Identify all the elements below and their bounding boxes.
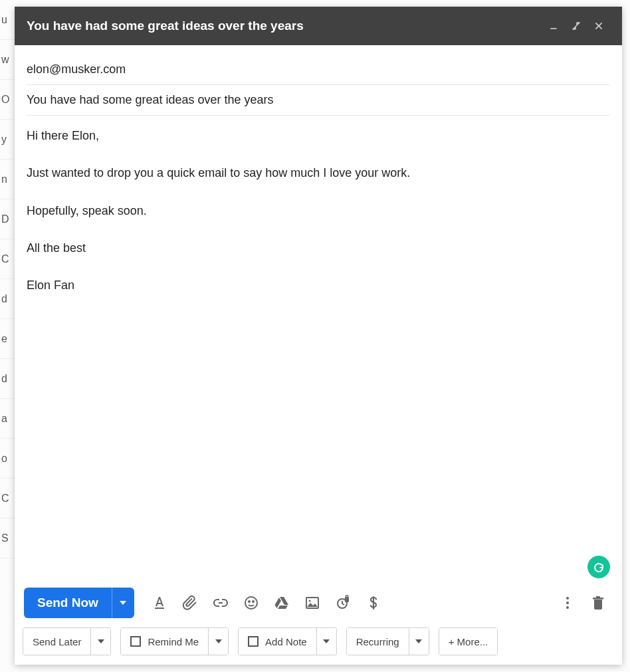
formatting-icons bbox=[145, 588, 549, 617]
svg-rect-11 bbox=[345, 597, 349, 602]
body-line: Hopefully, speak soon. bbox=[27, 203, 610, 219]
send-later-button[interactable]: Send Later bbox=[23, 628, 90, 655]
checkbox-icon bbox=[248, 636, 259, 647]
svg-point-9 bbox=[308, 600, 310, 602]
compose-window: You have had some great ideas over the y… bbox=[15, 7, 622, 665]
attach-icon[interactable] bbox=[175, 588, 205, 617]
svg-line-1 bbox=[573, 23, 580, 30]
titlebar: You have had some great ideas over the y… bbox=[15, 7, 622, 45]
chevron-down-icon bbox=[98, 639, 104, 643]
remind-me-dropdown[interactable] bbox=[208, 628, 228, 655]
trash-icon[interactable] bbox=[583, 588, 613, 617]
body-line: Hi there Elon, bbox=[27, 128, 610, 144]
svg-rect-16 bbox=[596, 596, 600, 598]
more-options-icon[interactable] bbox=[553, 588, 582, 617]
link-icon[interactable] bbox=[206, 588, 235, 617]
send-group: Send Now bbox=[24, 588, 134, 618]
send-later-group: Send Later bbox=[23, 627, 111, 655]
extension-toolbar: Send Later Remind Me Add Note Recurring … bbox=[15, 623, 622, 665]
to-field[interactable]: elon@musker.com bbox=[27, 55, 610, 85]
subject-field[interactable]: You have had some great ideas over the y… bbox=[27, 85, 610, 116]
chevron-down-icon bbox=[323, 639, 330, 643]
fullscreen-icon[interactable] bbox=[565, 15, 587, 37]
message-body[interactable]: Hi there Elon, Just wanted to drop you a… bbox=[15, 116, 622, 582]
more-group: + More... bbox=[439, 627, 498, 655]
remind-me-group: Remind Me bbox=[120, 627, 229, 655]
svg-point-12 bbox=[566, 597, 569, 600]
money-icon[interactable] bbox=[359, 588, 388, 617]
send-dropdown[interactable] bbox=[112, 588, 134, 618]
recurring-button[interactable]: Recurring bbox=[347, 628, 409, 655]
minimize-icon[interactable] bbox=[542, 15, 565, 37]
add-note-group: Add Note bbox=[238, 627, 337, 655]
recurring-dropdown[interactable] bbox=[409, 628, 429, 655]
svg-point-6 bbox=[249, 601, 250, 602]
compose-toolbar: Send Now bbox=[15, 582, 622, 623]
chevron-down-icon bbox=[415, 639, 422, 643]
add-note-dropdown[interactable] bbox=[316, 628, 336, 655]
confidential-icon[interactable] bbox=[328, 588, 358, 617]
toolbar-right bbox=[553, 588, 613, 617]
header-fields: elon@musker.com You have had some great … bbox=[15, 45, 622, 116]
svg-point-5 bbox=[245, 597, 257, 609]
image-icon[interactable] bbox=[298, 588, 327, 617]
body-line: Elon Fan bbox=[27, 277, 610, 293]
svg-rect-4 bbox=[155, 608, 164, 609]
svg-point-7 bbox=[253, 601, 254, 602]
send-button[interactable]: Send Now bbox=[24, 588, 112, 618]
emoji-icon[interactable] bbox=[237, 588, 266, 617]
text-format-icon[interactable] bbox=[145, 588, 174, 617]
chevron-down-icon bbox=[215, 639, 222, 643]
recurring-group: Recurring bbox=[346, 627, 429, 655]
checkbox-icon bbox=[130, 636, 141, 647]
remind-me-button[interactable]: Remind Me bbox=[121, 628, 208, 655]
body-line: Just wanted to drop you a quick email to… bbox=[27, 165, 610, 181]
window-title: You have had some great ideas over the y… bbox=[27, 19, 542, 33]
close-icon[interactable] bbox=[587, 15, 610, 37]
svg-rect-15 bbox=[593, 598, 603, 600]
send-later-dropdown[interactable] bbox=[90, 628, 110, 655]
grammarly-icon[interactable] bbox=[587, 556, 610, 578]
chevron-down-icon bbox=[120, 601, 126, 605]
add-note-button[interactable]: Add Note bbox=[239, 628, 316, 655]
more-button[interactable]: + More... bbox=[439, 628, 498, 655]
svg-point-13 bbox=[566, 602, 569, 604]
body-line: All the best bbox=[27, 240, 610, 256]
svg-point-14 bbox=[566, 606, 569, 609]
drive-icon[interactable] bbox=[267, 588, 296, 617]
